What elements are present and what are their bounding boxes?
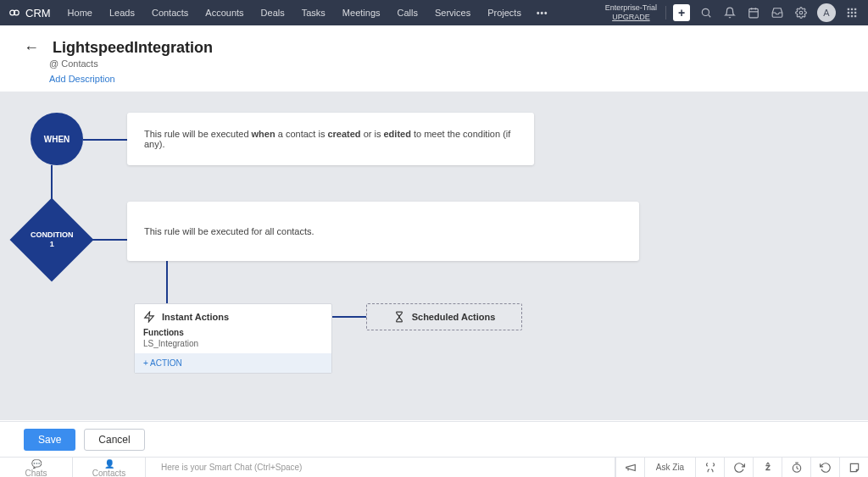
nav-item-leads[interactable]: Leads <box>101 0 143 25</box>
gear-icon[interactable] <box>793 5 809 20</box>
trial-badge: Enterprise-Trial UPGRADE <box>605 3 657 22</box>
condition-text: This rule will be executed for all conta… <box>144 226 314 236</box>
svg-rect-11 <box>854 8 856 10</box>
svg-rect-9 <box>848 8 849 10</box>
brand[interactable]: CRM <box>8 7 51 19</box>
footer-bar: Save Cancel <box>0 421 868 457</box>
repeat-icon[interactable] <box>724 458 753 478</box>
connector <box>166 261 168 303</box>
sticky-note-icon[interactable] <box>839 458 868 478</box>
page-subtitle: @ Contacts <box>49 58 844 69</box>
nav-items: Home Leads Contacts Accounts Deals Tasks… <box>59 0 555 25</box>
svg-rect-16 <box>851 15 853 17</box>
nav-item-accounts[interactable]: Accounts <box>197 0 252 25</box>
nav-item-contacts[interactable]: Contacts <box>143 0 197 25</box>
avatar-initial: A <box>823 8 829 18</box>
bottom-bar-icons: Ask Zia ẑ <box>615 458 868 478</box>
top-navbar: CRM Home Leads Contacts Accounts Deals T… <box>0 0 868 25</box>
timer-icon <box>393 311 405 323</box>
nav-item-calls[interactable]: Calls <box>389 0 426 25</box>
condition-node[interactable]: CONDITION1 <box>10 198 94 282</box>
svg-line-21 <box>797 468 798 469</box>
nav-item-home[interactable]: Home <box>59 0 101 25</box>
condition-card[interactable]: This rule will be executed for all conta… <box>127 202 639 261</box>
connector <box>83 139 127 141</box>
scheduled-actions-card[interactable]: Scheduled Actions <box>366 303 522 330</box>
avatar[interactable]: A <box>817 3 836 22</box>
ask-zia-button[interactable]: Ask Zia <box>644 458 695 478</box>
upgrade-link[interactable]: UPGRADE <box>605 13 657 22</box>
lightning-icon <box>143 311 155 323</box>
instant-actions-section-title: Functions <box>143 328 323 337</box>
page-title: LightspeedIntegration <box>53 39 213 57</box>
smart-chat-hint[interactable]: Here is your Smart Chat (Ctrl+Space) <box>146 458 615 478</box>
trial-line1: Enterprise-Trial <box>605 3 657 13</box>
calendar-icon[interactable] <box>746 5 761 20</box>
nav-divider <box>665 6 666 19</box>
brand-label: CRM <box>25 7 51 19</box>
condition-node-label: CONDITION1 <box>31 230 74 249</box>
nav-item-deals[interactable]: Deals <box>253 0 293 25</box>
svg-rect-13 <box>851 12 853 14</box>
svg-rect-12 <box>848 12 849 14</box>
cancel-button[interactable]: Cancel <box>84 429 144 451</box>
inbox-icon[interactable] <box>770 5 785 20</box>
chat-icon: 💬 <box>0 459 72 469</box>
nav-item-tasks[interactable]: Tasks <box>293 0 334 25</box>
save-button[interactable]: Save <box>24 429 75 451</box>
back-arrow-icon[interactable]: ← <box>24 39 39 57</box>
connector <box>332 316 366 318</box>
zia-icon[interactable]: ẑ <box>753 458 782 478</box>
instant-actions-title: Instant Actions <box>162 312 229 322</box>
nav-item-meetings[interactable]: Meetings <box>334 0 389 25</box>
clock-icon[interactable] <box>782 458 810 478</box>
scheduled-actions-title: Scheduled Actions <box>412 312 496 322</box>
instant-actions-item[interactable]: LS_Integration <box>143 339 323 348</box>
svg-point-8 <box>799 11 803 14</box>
when-card[interactable]: This rule will be executed when a contac… <box>127 113 534 165</box>
add-description-link[interactable]: Add Description <box>49 74 115 84</box>
nav-item-services[interactable]: Services <box>426 0 479 25</box>
svg-marker-18 <box>145 312 154 322</box>
brand-icon <box>8 7 20 19</box>
nav-item-projects[interactable]: Projects <box>479 0 530 25</box>
svg-point-2 <box>702 8 709 15</box>
bottom-tab-contacts[interactable]: 👤 Contacts <box>73 458 146 478</box>
megaphone-icon[interactable] <box>615 458 644 478</box>
when-node[interactable]: WHEN <box>31 113 83 165</box>
workflow-canvas: WHEN This rule will be executed when a c… <box>0 92 868 420</box>
svg-rect-4 <box>749 8 759 17</box>
svg-rect-14 <box>854 12 856 14</box>
contacts-icon: 👤 <box>73 459 145 469</box>
bottom-bar: 💬 Chats 👤 Contacts Here is your Smart Ch… <box>0 457 868 477</box>
when-node-label: WHEN <box>44 135 70 144</box>
svg-rect-15 <box>848 15 849 17</box>
nav-icons: + A <box>673 3 860 22</box>
instant-actions-card: Instant Actions Functions LS_Integration… <box>134 303 332 374</box>
search-icon[interactable] <box>698 5 714 20</box>
nav-more-button[interactable]: ••• <box>530 8 555 18</box>
bottom-tab-chats[interactable]: 💬 Chats <box>0 458 73 478</box>
instant-actions-header: Instant Actions <box>135 304 331 328</box>
history-icon[interactable] <box>810 458 839 478</box>
create-button[interactable]: + <box>673 4 690 21</box>
bell-icon[interactable] <box>722 5 737 20</box>
when-text: This rule will be executed when a contac… <box>144 129 517 149</box>
add-action-button[interactable]: + ACTION <box>135 353 331 373</box>
svg-rect-10 <box>851 8 853 10</box>
page-header: ← LightspeedIntegration @ Contacts Add D… <box>0 25 868 92</box>
apps-grid-icon[interactable] <box>844 5 860 20</box>
svg-line-3 <box>709 15 711 18</box>
svg-rect-17 <box>854 15 856 17</box>
channels-icon[interactable] <box>695 458 724 478</box>
